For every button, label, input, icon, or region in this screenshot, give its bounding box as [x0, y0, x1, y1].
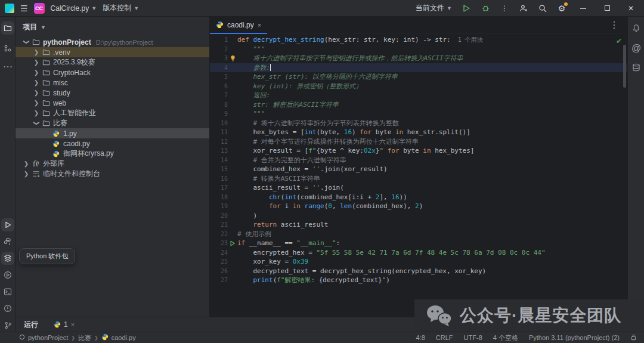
- intention-bulb-icon[interactable]: [228, 55, 237, 61]
- chevron-collapsed-icon[interactable]: ❯: [32, 49, 41, 55]
- line-number[interactable]: 11: [210, 129, 228, 135]
- tree-item-caodi.py[interactable]: caodi.py: [16, 138, 209, 149]
- tree-item-misc[interactable]: ❯misc: [16, 78, 209, 88]
- code-line-8[interactable]: 8 str: 解密后的ASCII字符串: [210, 100, 627, 110]
- code-line-20[interactable]: 20 ): [210, 211, 627, 221]
- writable-lock-icon[interactable]: [630, 334, 637, 342]
- code-line-18[interactable]: 18 chr(int(combined_hex[i:i + 2], 16)): [210, 193, 627, 202]
- chevron-collapsed-icon[interactable]: ❯: [32, 89, 41, 96]
- line-number[interactable]: 17: [210, 184, 228, 191]
- code-line-25[interactable]: 25 xor_key = 0x39: [210, 257, 627, 267]
- code-line-22[interactable]: 22# 使用示例: [210, 230, 627, 239]
- line-number[interactable]: 20: [210, 212, 228, 219]
- vcs-widget[interactable]: 版本控制 ▼: [103, 3, 139, 13]
- tree-item--[interactable]: ❯比赛: [16, 118, 209, 128]
- status-widget[interactable]: 4 个空格: [493, 333, 518, 342]
- line-number[interactable]: 14: [210, 157, 228, 163]
- commit-tool-icon[interactable]: [1, 42, 14, 55]
- line-number[interactable]: 27: [210, 277, 228, 283]
- line-number[interactable]: 21: [210, 221, 228, 228]
- database-icon[interactable]: [630, 61, 643, 74]
- chevron-collapsed-icon[interactable]: ❯: [32, 79, 41, 86]
- code-editor[interactable]: 1def decrypt_hex_string(hex_str: str, ke…: [210, 33, 627, 317]
- editor-scrollbar[interactable]: [623, 45, 626, 88]
- more-actions-icon[interactable]: ⋮: [500, 4, 509, 13]
- line-number[interactable]: 2: [210, 46, 228, 52]
- usages-inlay-hint[interactable]: 1 个用法: [451, 36, 483, 44]
- tree-item-cryptohack[interactable]: ❯CryptoHack: [16, 67, 209, 78]
- notifications-bell-icon[interactable]: [630, 21, 643, 35]
- tree-item-2025.3.9-[interactable]: ❯2025.3.9校赛: [16, 57, 209, 67]
- status-widget[interactable]: UTF-8: [464, 334, 482, 341]
- code-line-17[interactable]: 17 ascii_result = ''.join(: [210, 183, 627, 193]
- line-number[interactable]: 3: [210, 55, 228, 61]
- tree-item--[interactable]: ❯临时文件和控制台: [16, 169, 209, 179]
- status-widget[interactable]: Python 3.11 (pythonProject) (2): [529, 334, 620, 341]
- inspections-ok-icon[interactable]: ✔: [616, 37, 622, 45]
- chevron-collapsed-icon[interactable]: ❯: [32, 100, 41, 106]
- line-number[interactable]: 10: [210, 120, 228, 126]
- run-configuration-selector[interactable]: CalCircle.py ▼: [51, 4, 97, 13]
- close-button[interactable]: ✕: [624, 4, 638, 13]
- chevron-expanded-icon[interactable]: ❯: [23, 38, 30, 47]
- code-line-15[interactable]: 15 combined_hex = ''.join(xor_result): [210, 165, 627, 174]
- line-number[interactable]: 12: [210, 138, 228, 145]
- tree-item-.venv[interactable]: ❯.venv: [16, 47, 209, 57]
- code-line-24[interactable]: 24 encrypted_hex = "5f 55 58 5e 42 71 7a…: [210, 248, 627, 258]
- line-number[interactable]: 18: [210, 194, 228, 200]
- line-number[interactable]: 13: [210, 147, 228, 154]
- project-tool-icon[interactable]: [1, 21, 14, 35]
- code-line-12[interactable]: 12 # 对每个字节进行异或操作并转换为两位十六进制字符串: [210, 137, 627, 147]
- tree-item-study[interactable]: ❯study: [16, 88, 209, 98]
- main-menu-icon[interactable]: ☰: [20, 4, 28, 13]
- tab-close-icon[interactable]: ×: [258, 21, 261, 29]
- git-branch-icon[interactable]: [1, 319, 14, 332]
- line-number[interactable]: 15: [210, 166, 228, 172]
- maximize-button[interactable]: [600, 4, 614, 13]
- services-icon[interactable]: [1, 268, 14, 282]
- line-number[interactable]: 1: [210, 36, 228, 43]
- search-icon[interactable]: [538, 4, 547, 13]
- project-badge[interactable]: CC: [34, 3, 45, 14]
- problems-icon[interactable]: [1, 302, 14, 315]
- code-line-2[interactable]: 2 """: [210, 45, 627, 54]
- tree-item-web[interactable]: ❯web: [16, 98, 209, 108]
- settings-gear-icon[interactable]: ⚙: [557, 4, 566, 13]
- line-number[interactable]: 16: [210, 175, 228, 182]
- line-number[interactable]: 23: [210, 240, 228, 246]
- editor-tab-caodi[interactable]: caodi.py ×: [210, 17, 267, 33]
- chevron-collapsed-icon[interactable]: ❯: [32, 59, 41, 66]
- tree-item-pythonproject[interactable]: ❯pythonProjectD:\py\pythonProject: [16, 37, 209, 47]
- gutter-run-icon[interactable]: [228, 240, 237, 246]
- code-line-13[interactable]: 13 xor_result = [f"{byte ^ key:02x}" for…: [210, 146, 627, 156]
- line-number[interactable]: 4: [210, 64, 228, 71]
- line-number[interactable]: 8: [210, 101, 228, 108]
- code-line-26[interactable]: 26 decrypted_text = decrypt_hex_string(e…: [210, 267, 627, 276]
- run-tab-1[interactable]: 1 ×: [54, 320, 75, 329]
- code-line-10[interactable]: 10 # 将十六进制字符串拆分为字节列表并转换为整数: [210, 119, 627, 128]
- chevron-expanded-icon[interactable]: ❯: [33, 119, 40, 128]
- tree-item-1.py[interactable]: 1.py: [16, 128, 209, 138]
- python-console-icon[interactable]: [1, 235, 14, 248]
- project-panel-header[interactable]: 项目 ▼: [16, 17, 209, 37]
- line-number[interactable]: 22: [210, 231, 228, 237]
- line-number[interactable]: 26: [210, 268, 228, 274]
- line-number[interactable]: 19: [210, 203, 228, 209]
- run-tool-icon[interactable]: [1, 218, 14, 231]
- tab-options-icon[interactable]: ⋮: [609, 19, 619, 30]
- code-line-23[interactable]: 23if __name__ == "__main__":: [210, 239, 627, 248]
- code-line-3[interactable]: 3 将十六进制字符串按字节与密钥进行异或操作，然后转换为ASCII字符串: [210, 54, 627, 63]
- debug-button[interactable]: [481, 4, 490, 13]
- more-tool-windows-icon[interactable]: ⋯: [1, 60, 14, 73]
- code-line-27[interactable]: 27 print(f"解密结果: {decrypted_text}"): [210, 276, 627, 285]
- breadcrumb-item[interactable]: 比赛: [78, 333, 91, 342]
- line-number[interactable]: 7: [210, 92, 228, 98]
- code-line-19[interactable]: 19 for i in range(0, len(combined_hex), …: [210, 202, 627, 211]
- terminal-icon[interactable]: [1, 285, 14, 298]
- line-number[interactable]: 25: [210, 258, 228, 265]
- code-line-5[interactable]: 5 hex_str (str): 以空格分隔的十六进制字符串: [210, 72, 627, 82]
- code-line-14[interactable]: 14 # 合并为完整的十六进制字符串: [210, 156, 627, 165]
- breadcrumb-item[interactable]: caodi.py: [112, 334, 136, 341]
- line-number[interactable]: 9: [210, 110, 228, 117]
- current-file-selector[interactable]: 当前文件 ▼: [416, 3, 452, 13]
